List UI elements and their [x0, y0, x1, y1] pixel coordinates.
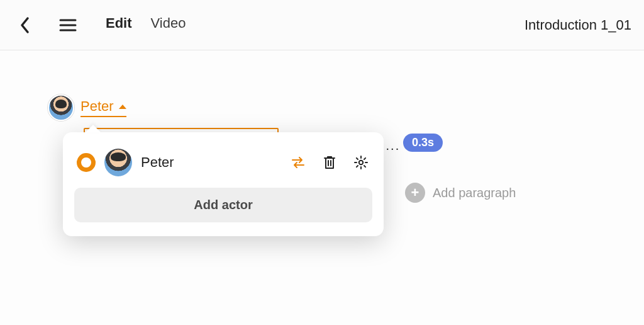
- actor-avatar[interactable]: [48, 94, 74, 121]
- radio-selected-icon[interactable]: [77, 153, 96, 172]
- trash-icon[interactable]: [321, 154, 338, 171]
- pause-duration-badge[interactable]: 0.3s: [403, 134, 443, 152]
- add-actor-button[interactable]: Add actor: [74, 188, 372, 222]
- ellipsis-dots: ....: [381, 139, 400, 153]
- actor-name-dropdown[interactable]: Peter: [80, 98, 126, 117]
- tab-video[interactable]: Video: [151, 15, 186, 35]
- add-paragraph-label: Add paragraph: [433, 186, 516, 200]
- actor-header: Peter: [48, 94, 126, 121]
- actor-item-avatar: [104, 149, 132, 176]
- back-button[interactable]: [13, 13, 38, 38]
- actor-name-label: Peter: [80, 98, 114, 115]
- plus-icon: +: [405, 183, 425, 203]
- actor-item-name: Peter: [141, 154, 174, 171]
- tab-edit[interactable]: Edit: [106, 15, 132, 35]
- project-title: Introduction 1_01: [525, 17, 631, 33]
- editor-canvas: Peter .... 0.3s + Add paragraph Peter: [0, 50, 644, 325]
- header-bar: Edit Video Introduction 1_01: [0, 0, 644, 50]
- svg-point-3: [359, 161, 363, 164]
- swap-icon[interactable]: [289, 154, 307, 171]
- tabs: Edit Video: [106, 15, 186, 35]
- actor-item-actions: [289, 154, 370, 171]
- gear-icon[interactable]: [352, 154, 370, 171]
- actor-popover: Peter Add actor: [63, 132, 384, 236]
- actor-list-item[interactable]: Peter: [74, 145, 372, 188]
- segment-bracket: [84, 128, 279, 129]
- caret-up-icon: [119, 105, 126, 109]
- add-paragraph-button[interactable]: + Add paragraph: [405, 183, 516, 203]
- menu-button[interactable]: [55, 13, 80, 38]
